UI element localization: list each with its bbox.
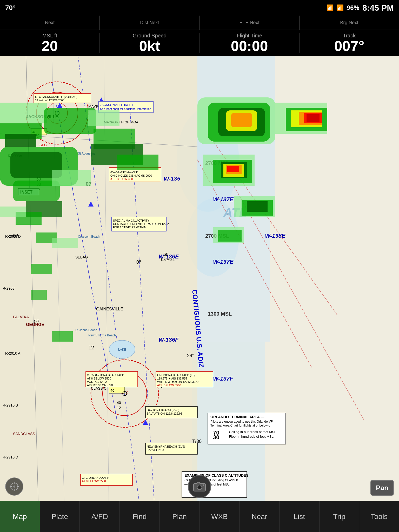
app: 70° 📶 📶 96% 8:45 PM Next Dist Next ETE N… xyxy=(0,0,399,532)
tab-plate[interactable]: Plate xyxy=(40,501,80,532)
svg-text:SANDCLASS: SANDCLASS xyxy=(13,432,35,436)
nav-next[interactable]: Next xyxy=(0,16,100,30)
svg-text:R-2910 D: R-2910 D xyxy=(3,455,18,459)
svg-text:SFC: SFC xyxy=(39,143,47,147)
svg-point-137 xyxy=(13,486,15,488)
svg-text:AT L BELOW 3500: AT L BELOW 3500 xyxy=(110,177,134,181)
radar-orange-1 xyxy=(231,113,252,127)
svg-text:0⁸: 0⁸ xyxy=(136,260,141,265)
radar-green-light-1 xyxy=(0,103,47,123)
flight-msl: MSL ft 20 xyxy=(0,33,100,53)
svg-text:DAYTONA BEACH (EVC): DAYTONA BEACH (EVC) xyxy=(147,409,179,412)
gps-button[interactable] xyxy=(5,477,23,496)
tab-wxb[interactable]: WXB xyxy=(200,501,240,532)
nav-brg-next[interactable]: Brg Next xyxy=(300,16,399,30)
svg-text:622 VSL 21.3: 622 VSL 21.3 xyxy=(147,448,164,451)
radar-light-2 xyxy=(52,170,91,186)
svg-text:CTC-ORLANDO APP: CTC-ORLANDO APP xyxy=(82,476,109,479)
nav-row: Next Dist Next ETE Next Brg Next xyxy=(0,16,399,30)
radar-green-11 xyxy=(52,331,73,342)
svg-text:29°: 29° xyxy=(187,353,194,358)
nav-dist-next[interactable]: Dist Next xyxy=(100,16,200,30)
svg-text:ON CINCLES 233.4 AGMS 0000: ON CINCLES 233.4 AGMS 0000 xyxy=(110,174,152,177)
svg-text:See inset chart for additional: See inset chart for additional informati… xyxy=(100,107,151,110)
svg-text:ORLANDO TERMINAL AREA —: ORLANDO TERMINAL AREA — xyxy=(210,415,264,419)
status-icons: 70° 📶 📶 96% 8:45 PM xyxy=(327,3,394,13)
svg-text:— Floor in hundreds of feet MS: — Floor in hundreds of feet MSL xyxy=(225,435,274,438)
radar-light-4 xyxy=(0,207,26,217)
svg-text:12: 12 xyxy=(88,345,94,350)
svg-text:SEBAG: SEBAG xyxy=(75,255,88,259)
svg-text:W-137E: W-137E xyxy=(213,258,234,265)
tab-list[interactable]: List xyxy=(280,501,320,532)
svg-text:JACKSONVILLE INSET: JACKSONVILLE INSET xyxy=(100,103,134,107)
nav-ete-next[interactable]: ETE Next xyxy=(200,16,300,30)
svg-text:T/30: T/30 xyxy=(192,439,202,444)
svg-text:CTC JACKSONVILLE (VORTAC): CTC JACKSONVILLE (VORTAC) xyxy=(35,95,77,98)
flight-ground-speed: Ground Speed 0kt xyxy=(100,33,200,53)
svg-text:VORTAC 122-A: VORTAC 122-A xyxy=(87,380,107,383)
svg-text:W-137F: W-137F xyxy=(213,375,233,382)
svg-rect-145 xyxy=(197,482,200,484)
svg-text:0⁹: 0⁹ xyxy=(13,233,18,239)
tab-find[interactable]: Find xyxy=(120,501,160,532)
svg-text:VTC-DAYTONA BEACH APP: VTC-DAYTONA BEACH APP xyxy=(87,374,124,377)
tab-tools[interactable]: Tools xyxy=(359,501,399,532)
svg-text:AT 8 BELOW 2500: AT 8 BELOW 2500 xyxy=(82,480,106,483)
svg-text:LAKE: LAKE xyxy=(118,348,126,351)
svg-text:CONTACT GAINESVILLE RADIO ON 1: CONTACT GAINESVILLE RADIO ON 122.2 xyxy=(113,222,169,225)
tab-trip[interactable]: Trip xyxy=(320,501,360,532)
radar-dark-red-1 xyxy=(307,114,320,122)
camera-button[interactable] xyxy=(188,475,211,498)
svg-rect-146 xyxy=(203,484,204,486)
wifi-icon: 📶 xyxy=(327,4,334,11)
svg-text:ORBIXONA BEACH APP (EB): ORBIXONA BEACH APP (EB) xyxy=(157,374,196,377)
svg-text:St Johns Beach: St Johns Beach xyxy=(75,328,97,332)
top-bar: Next Dist Next ETE Next Brg Next MSL ft … xyxy=(0,16,399,56)
battery-display: 96% xyxy=(347,4,359,11)
radar-green-9 xyxy=(31,264,52,274)
svg-text:Crescent Beach: Crescent Beach xyxy=(78,235,100,238)
tab-afd[interactable]: A/FD xyxy=(80,501,120,532)
svg-text:R-2910 A: R-2910 A xyxy=(5,351,21,355)
svg-text:Terminal Area Chart for flight: Terminal Area Chart for flights at or be… xyxy=(210,424,270,427)
svg-text:W-136F: W-136F xyxy=(158,336,179,343)
radar-rb-dark-1 xyxy=(247,201,268,212)
svg-text:GAINESVILLE: GAINESVILLE xyxy=(96,307,123,311)
svg-text:PALATKA: PALATKA xyxy=(13,315,29,319)
time-display: 8:45 PM xyxy=(362,3,394,13)
svg-text:40: 40 xyxy=(117,401,121,405)
svg-text:— Ceiling in hundreds of feet : — Ceiling in hundreds of feet MSL xyxy=(225,430,276,434)
tab-map[interactable]: Map xyxy=(0,501,40,532)
status-bar: 70° 📶 📶 96% 8:45 PM xyxy=(0,0,399,16)
svg-text:Pilots are encouraged to use t: Pilots are encouraged to use this Orland… xyxy=(210,420,272,423)
radar-dark-1 xyxy=(5,134,36,147)
signal-icon: 📶 xyxy=(337,4,344,11)
radar-rb-green-2 xyxy=(218,230,242,242)
svg-point-144 xyxy=(198,486,201,489)
temperature-display: 70° xyxy=(5,4,15,12)
svg-text:New Smyrna Beach: New Smyrna Beach xyxy=(88,334,116,337)
radar-green-10 xyxy=(31,290,47,300)
map-area[interactable]: W-135 W-136E W-137E W-137E W-138E W-137F… xyxy=(0,56,399,501)
svg-text:W-138E: W-138E xyxy=(265,232,286,239)
svg-text:WITHIN 30 feet ON 122.55 322.5: WITHIN 30 feet ON 122.55 322.5 xyxy=(157,380,200,383)
flight-time: Flight Time 00:00 xyxy=(200,33,300,53)
flight-track: Track 007° xyxy=(300,33,399,53)
svg-text:40: 40 xyxy=(110,388,115,393)
tab-plan[interactable]: Plan xyxy=(160,501,200,532)
svg-text:W-135: W-135 xyxy=(164,175,181,182)
gps-icon xyxy=(9,481,19,492)
svg-text:1300 MSL: 1300 MSL xyxy=(208,311,232,317)
bottom-nav: Map Plate A/FD Find Plan WXB Near List T… xyxy=(0,501,399,532)
svg-text:AIS 126.35 Ohm 0TU: AIS 126.35 Ohm 0TU xyxy=(87,384,114,387)
svg-text:60: 60 xyxy=(164,252,168,257)
svg-text:12: 12 xyxy=(117,406,121,410)
pan-button[interactable]: Pan xyxy=(370,480,394,496)
tab-near[interactable]: Near xyxy=(240,501,280,532)
svg-text:FOR ACTIVITIES WITHIN: FOR ACTIVITIES WITHIN xyxy=(113,226,146,229)
svg-text:BALT ATS ON 122.6 122.95: BALT ATS ON 122.6 122.95 xyxy=(147,412,182,415)
svg-text:R-2903: R-2903 xyxy=(3,286,15,290)
svg-text:JACKSONVILLE APP: JACKSONVILLE APP xyxy=(110,170,138,173)
svg-text:119.575 ✦ AIS 136.525: 119.575 ✦ AIS 136.525 xyxy=(157,377,187,380)
